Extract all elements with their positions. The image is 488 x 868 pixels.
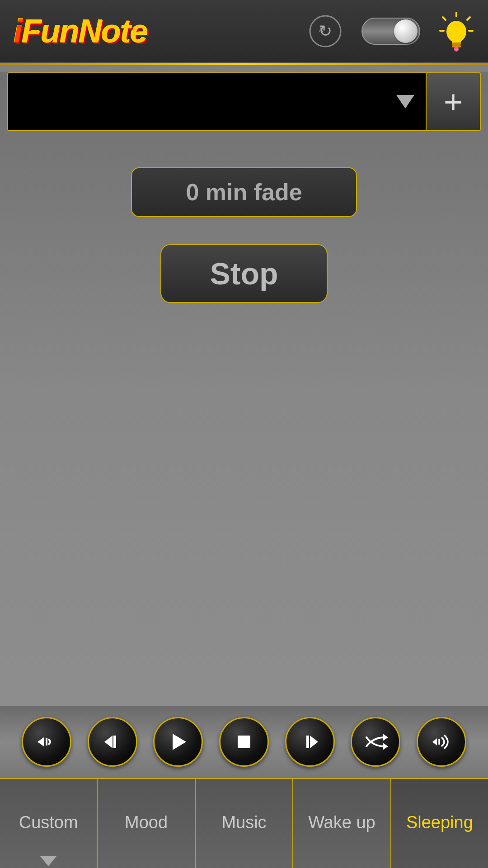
svg-rect-9 [452,42,461,45]
svg-marker-12 [38,737,44,746]
svg-point-8 [446,21,466,42]
dropdown-row: + [7,72,481,131]
tab-sleeping[interactable]: Sleeping [391,779,488,868]
tab-sleeping-label: Sleeping [406,813,473,832]
svg-line-5 [467,17,470,20]
app-logo: iFunNote [14,13,147,50]
svg-marker-21 [383,743,388,750]
svg-marker-14 [104,736,113,748]
shuffle-button[interactable] [351,717,400,767]
toggle-knob [394,19,418,43]
svg-rect-15 [113,736,116,748]
volume-up-button[interactable] [417,717,466,767]
plus-icon: + [444,85,463,118]
svg-marker-22 [432,738,437,745]
fade-button[interactable]: 0 min fade [131,167,357,217]
svg-marker-16 [173,734,186,750]
svg-marker-18 [310,736,318,748]
body-layout: + 0 min fade Stop [0,72,488,868]
volume-down-button[interactable] [22,717,71,767]
gold-border [0,63,488,65]
stop-label: Stop [210,256,278,291]
repeat-icon[interactable]: ↻ ♫ [307,13,343,49]
tab-wakeup-label: Wake up [308,813,375,832]
tab-music-label: Music [221,813,266,832]
app-header: iFunNote ↻ ♫ [0,0,488,63]
header-controls: ↻ ♫ [307,13,474,49]
svg-marker-20 [383,734,388,741]
stop-transport-button[interactable] [219,717,269,767]
tab-custom-label: Custom [19,813,78,832]
svg-line-4 [443,17,446,20]
play-button[interactable] [153,717,203,767]
bulb-icon[interactable] [438,13,474,49]
tab-mood-label: Mood [125,813,168,832]
svg-rect-19 [306,736,309,748]
prev-track-button[interactable] [88,717,137,767]
stop-button[interactable]: Stop [160,244,328,303]
fade-label: 0 min fade [186,179,302,206]
toggle-switch[interactable] [361,18,420,45]
svg-rect-17 [238,736,250,748]
svg-text:♫: ♫ [318,25,324,34]
dropdown-arrow-icon [396,95,414,108]
next-track-button[interactable] [285,717,335,767]
dropdown-select[interactable] [8,73,426,130]
tab-wakeup[interactable]: Wake up [293,779,391,868]
add-button[interactable]: + [426,73,480,130]
bottom-tabs: Custom Mood Music Wake up Sleeping [0,778,488,868]
transport-bar [0,706,488,778]
main-content: 0 min fade Stop [0,131,488,303]
svg-point-11 [454,47,459,52]
tab-music[interactable]: Music [196,779,293,868]
tab-custom[interactable]: Custom [0,779,98,868]
tab-custom-indicator [40,856,56,866]
tab-mood[interactable]: Mood [98,779,195,868]
